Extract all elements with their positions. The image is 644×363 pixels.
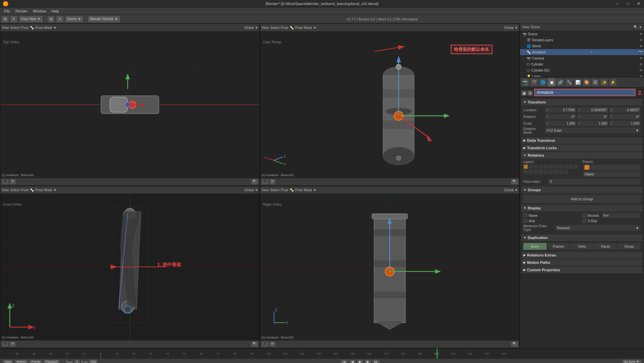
scene-eye-icon[interactable]: 👁 — [639, 32, 643, 36]
vp-top-select-btn[interactable]: Select — [10, 26, 20, 30]
armature-eye-icon[interactable]: 👁 — [590, 50, 593, 54]
outliner-filter-btn[interactable]: ▼ — [639, 26, 642, 29]
vp-top-canvas[interactable]: Top Ortho (1) Armature : Bone.001 — [0, 31, 259, 178]
vp-top-view-btn[interactable]: View — [2, 26, 9, 30]
layer-btn-18[interactable] — [554, 169, 558, 174]
lamp-eye-icon[interactable]: 👁 — [639, 75, 643, 78]
scene-toggle-btn[interactable]: ⊞ — [47, 16, 55, 23]
vp-user-pose-btn[interactable]: Pose — [281, 26, 288, 30]
duplication-panel-header[interactable]: ▼ Duplication — [521, 234, 643, 241]
layer-btn-16[interactable] — [544, 169, 548, 174]
outliner-item-camera[interactable]: 📷 Camera 👁 — [520, 55, 644, 61]
layer-btn-12[interactable] — [523, 169, 528, 174]
viewport-user-persp[interactable]: View Select Pose 🦴 Pose Mode ▼ Global ▼ — [260, 24, 520, 186]
prev-keyframe-btn[interactable]: ⏮ — [341, 360, 348, 363]
prop-icon-constraint[interactable]: 🔗 — [556, 78, 564, 86]
vp-right-orbit-btn[interactable]: ⟳ — [270, 341, 276, 347]
vp-right-zoom-btn[interactable]: 🔍 — [511, 341, 518, 347]
xray-checkbox[interactable] — [582, 219, 587, 223]
vp-right-select-btn[interactable]: Select — [270, 188, 280, 192]
next-frame-btn[interactable]: ▶ — [365, 360, 371, 363]
groups-panel-header[interactable]: ▼ Groups — [521, 187, 643, 193]
layer-btn-1[interactable] — [523, 164, 528, 169]
cylinder001-eye-icon[interactable]: 👁 — [639, 69, 643, 72]
prop-icon-scene[interactable]: 🎬 — [530, 78, 538, 86]
rotation-x-field[interactable]: X 0° — [545, 114, 576, 120]
vp-user-view-btn[interactable]: View — [261, 26, 269, 30]
vp-right-canvas[interactable]: Z Y Right Ortho (1) Armature : Bone.001 — [260, 194, 519, 340]
vp-user-global-btn[interactable]: Global ▼ — [504, 26, 518, 30]
prop-icon-particles[interactable]: ✨ — [600, 78, 608, 86]
scale-y-field[interactable]: Y 1.000 — [577, 120, 609, 126]
vp-right-view-btn[interactable]: View — [261, 188, 269, 192]
outliner-item-renderlayers[interactable]: 🎬 RenderLayers 👁 — [520, 37, 644, 43]
layer-btn-19[interactable] — [559, 169, 563, 174]
bounds-checkbox[interactable] — [582, 213, 587, 217]
axis-checkbox[interactable] — [523, 219, 527, 223]
obj-settings-btn[interactable]: ⚙ — [527, 90, 533, 96]
rotation-z-field[interactable]: Z 0° — [609, 114, 641, 120]
sync-mode-btn[interactable]: No Sync ▼ — [622, 360, 641, 363]
location-y-field[interactable]: Y 0.0000007 — [577, 107, 609, 113]
dup-none-btn[interactable]: None — [523, 243, 547, 250]
layer-btn-3[interactable] — [533, 164, 538, 169]
cylinder-eye-icon[interactable]: 👁 — [639, 63, 643, 66]
transform-panel-header[interactable]: ▼ Transform — [521, 99, 643, 106]
vp-front-orbit-btn[interactable]: ⟳ — [10, 341, 16, 347]
bounds-type-field[interactable]: Box — [602, 213, 641, 218]
scale-z-field[interactable]: Z 1.000 — [609, 120, 641, 126]
layer-btn-11[interactable] — [574, 164, 578, 169]
layer-btn-15[interactable] — [538, 169, 543, 174]
view-btn[interactable]: View — [3, 360, 13, 363]
custom-props-header[interactable]: ▶ Custom Properties — [521, 267, 643, 273]
layout-close-btn[interactable]: ✕ — [10, 16, 17, 23]
vp-front-global-btn[interactable]: Global ▼ — [244, 188, 258, 192]
maximize-button[interactable]: □ — [622, 0, 633, 7]
minimize-button[interactable]: – — [612, 0, 622, 7]
vp-top-pose-btn[interactable]: Pose — [21, 26, 29, 30]
vp-user-mode-label[interactable]: Pose Mode ▼ — [295, 26, 316, 30]
play-btn[interactable]: ▶ — [357, 360, 363, 363]
vp-front-select-btn[interactable]: Select — [10, 188, 20, 192]
vp-right-global-btn[interactable]: Global ▼ — [504, 188, 518, 192]
vp-user-orbit-btn[interactable]: ⟳ — [270, 179, 276, 185]
menu-window[interactable]: Window — [30, 8, 49, 14]
layer-btn-10[interactable] — [569, 164, 573, 169]
prop-icon-render[interactable]: 📷 — [521, 78, 529, 86]
pass-index-field[interactable]: 0 — [548, 178, 641, 185]
end-value-field[interactable]: 250 — [89, 360, 98, 363]
dup-verts-btn[interactable]: Verts — [570, 243, 594, 250]
dup-faces-btn[interactable]: Faces — [594, 243, 617, 250]
vp-top-global-btn[interactable]: Global ▼ — [244, 26, 258, 30]
layer-btn-6[interactable] — [549, 164, 553, 169]
vp-front-view-btn[interactable]: View — [2, 188, 9, 192]
outliner-item-armature[interactable]: 🦴 Armature 👁 📷 — [520, 49, 644, 55]
outliner-item-lamp[interactable]: 💡 Lamp 👁 — [520, 73, 644, 77]
vp-top-orbit-btn[interactable]: ⟳ — [10, 179, 16, 185]
layer-btn-17[interactable] — [549, 169, 553, 174]
location-x-field[interactable]: X 0.77085 — [545, 107, 576, 113]
prop-icon-modifier[interactable]: 🔧 — [565, 78, 573, 86]
rotation-mode-field[interactable]: XYZ Euler ▼ — [545, 127, 641, 133]
vp-user-toggle-btn[interactable]: ⬛ — [261, 179, 269, 185]
vp-front-toggle-btn[interactable]: ⬛ — [2, 341, 9, 347]
menu-file[interactable]: File — [1, 8, 13, 14]
max-draw-select[interactable]: Textured ▼ — [555, 225, 641, 231]
object-name-input[interactable] — [534, 89, 636, 96]
object-field[interactable]: Object — [583, 171, 641, 177]
layout-toggle-btn[interactable]: ⊞ — [1, 16, 9, 23]
frame-btn[interactable]: Frame — [29, 360, 42, 363]
world-eye-icon[interactable]: 👁 — [639, 44, 643, 48]
layer-btn-14[interactable] — [533, 169, 538, 174]
rotation-y-field[interactable]: Y 0° — [577, 114, 609, 120]
layer-btn-13[interactable] — [528, 169, 533, 174]
layer-btn-7[interactable] — [554, 164, 558, 169]
menu-help[interactable]: Help — [49, 8, 62, 14]
next-keyframe-btn[interactable]: ⏭ — [372, 360, 379, 363]
scene-label-btn[interactable]: Scene ▼ — [65, 16, 83, 23]
outliner-item-world[interactable]: 🌐 World 👁 — [520, 43, 644, 49]
vp-right-pose-btn[interactable]: Pose — [281, 188, 288, 192]
vp-user-zoom-btn[interactable]: 🔍 — [511, 179, 518, 185]
parent-field[interactable] — [583, 164, 641, 170]
motion-paths-header[interactable]: ▶ Motion Paths — [521, 259, 643, 266]
